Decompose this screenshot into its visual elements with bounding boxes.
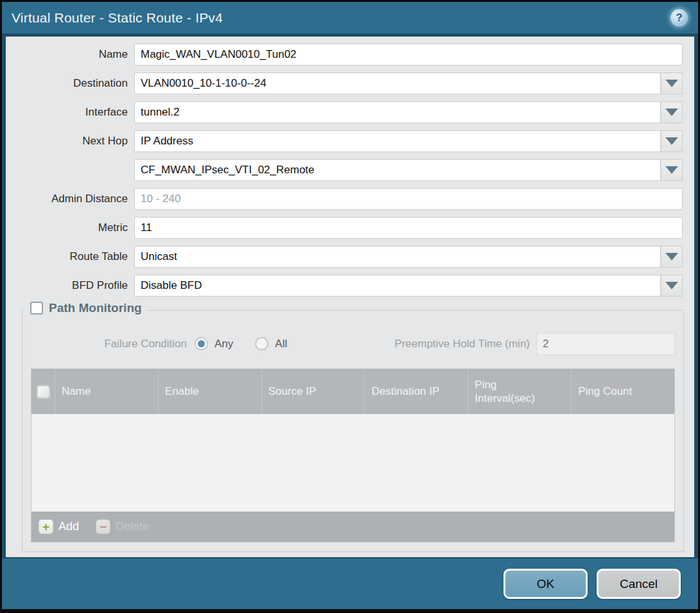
preemptive-hold-time-group: Preemptive Hold Time (min)	[394, 333, 675, 355]
form-row-next-hop-address	[6, 159, 683, 181]
add-button-label: Add	[58, 520, 79, 533]
chevron-down-icon	[665, 253, 678, 261]
admin-distance-label: Admin Distance	[6, 193, 134, 205]
next-hop-select[interactable]	[134, 130, 661, 152]
form-row-metric: Metric	[6, 217, 683, 239]
radio-all	[255, 337, 268, 350]
column-header-ping-count: Ping Count	[571, 369, 674, 414]
form-row-bfd-profile: BFD Profile	[6, 275, 683, 297]
dialog-title: Virtual Router - Static Route - IPv4	[12, 10, 223, 26]
form-row-admin-distance: Admin Distance	[6, 188, 683, 210]
name-input[interactable]	[134, 44, 683, 65]
chevron-down-icon	[665, 137, 678, 145]
form-row-destination: Destination	[6, 73, 683, 94]
cancel-button[interactable]: Cancel	[597, 569, 681, 599]
metric-label: Metric	[6, 221, 134, 234]
admin-distance-input[interactable]	[134, 188, 683, 210]
dialog-titlebar: Virtual Router - Static Route - IPv4 ?	[2, 2, 698, 33]
column-header-source-ip: Source IP	[261, 369, 365, 414]
chevron-down-icon	[665, 80, 678, 87]
route-table-dropdown-button[interactable]	[661, 246, 683, 268]
path-monitoring-title: Path Monitoring	[49, 301, 142, 315]
dialog-footer: OK Cancel	[2, 558, 698, 609]
preemptive-hold-time-label: Preemptive Hold Time (min)	[394, 338, 536, 350]
form-row-next-hop: Next Hop	[6, 130, 683, 152]
metric-input[interactable]	[134, 217, 683, 239]
ok-button[interactable]: OK	[503, 569, 588, 599]
bfd-profile-dropdown-button[interactable]	[661, 275, 683, 297]
dialog-content: Name Destination Interface	[6, 37, 694, 557]
interface-dropdown-button[interactable]	[661, 101, 683, 123]
delete-button-label: Delete	[116, 520, 149, 533]
path-monitoring-legend: Path Monitoring	[25, 301, 147, 315]
destination-label: Destination	[6, 77, 134, 90]
chevron-down-icon	[665, 166, 678, 174]
path-monitoring-checkbox[interactable]	[30, 302, 43, 315]
delete-minus-icon: −	[96, 519, 110, 534]
bfd-profile-label: BFD Profile	[6, 279, 134, 292]
static-route-dialog: Virtual Router - Static Route - IPv4 ? N…	[2, 2, 698, 609]
next-hop-address-dropdown-button[interactable]	[661, 159, 683, 181]
destination-input[interactable]	[134, 73, 661, 94]
column-header-destination-ip: Destination IP	[364, 369, 468, 414]
failure-condition-option-any: Any	[195, 337, 233, 350]
table-toolbar: + Add − Delete	[31, 512, 674, 542]
path-monitoring-table: Name Enable Source IP Destination IP Pin…	[31, 368, 675, 542]
failure-condition-row: Failure Condition Any All Preemptive Hol…	[31, 332, 675, 355]
column-header-ping-interval: Ping Interval(sec)	[468, 369, 571, 414]
preemptive-hold-time-input	[536, 333, 675, 355]
bfd-profile-select[interactable]	[134, 275, 661, 297]
chevron-down-icon	[665, 282, 678, 289]
interface-label: Interface	[6, 106, 134, 119]
radio-any-label: Any	[214, 338, 233, 350]
next-hop-address-input[interactable]	[134, 159, 661, 181]
next-hop-dropdown-button[interactable]	[661, 130, 683, 152]
column-header-enable: Enable	[158, 369, 261, 414]
add-plus-icon: +	[39, 519, 53, 534]
next-hop-label: Next Hop	[6, 135, 134, 148]
select-all-checkbox	[37, 386, 49, 398]
radio-all-label: All	[275, 338, 287, 350]
path-monitoring-section: Path Monitoring Failure Condition Any Al…	[22, 310, 684, 552]
name-label: Name	[6, 48, 134, 61]
route-table-label: Route Table	[6, 250, 134, 263]
interface-input[interactable]	[134, 101, 661, 123]
form-row-name: Name	[6, 44, 683, 65]
form-row-interface: Interface	[6, 101, 683, 123]
add-button[interactable]: + Add	[39, 519, 79, 534]
route-table-select[interactable]	[134, 246, 661, 268]
delete-button: − Delete	[96, 519, 149, 534]
radio-any	[195, 337, 208, 350]
help-icon[interactable]: ?	[670, 9, 688, 26]
chevron-down-icon	[665, 108, 678, 116]
failure-condition-option-all: All	[255, 337, 287, 350]
table-body-empty	[31, 414, 674, 512]
table-header-row: Name Enable Source IP Destination IP Pin…	[31, 369, 674, 414]
form-row-route-table: Route Table	[6, 246, 683, 268]
column-header-name: Name	[55, 369, 158, 414]
table-header-checkbox-cell	[31, 369, 55, 414]
failure-condition-label: Failure Condition	[31, 338, 195, 350]
destination-dropdown-button[interactable]	[661, 73, 683, 94]
